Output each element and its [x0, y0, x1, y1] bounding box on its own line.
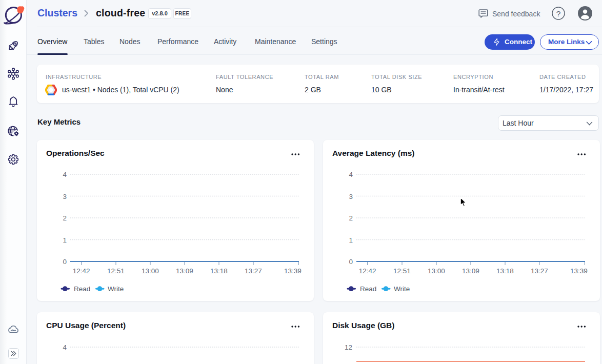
svg-text:3: 3 [63, 193, 67, 200]
svg-text:12:51: 12:51 [107, 267, 125, 275]
svg-text:13:27: 13:27 [245, 267, 262, 275]
svg-text:1: 1 [349, 236, 353, 244]
svg-text:2: 2 [63, 214, 67, 222]
svg-text:?: ? [556, 9, 561, 18]
svg-text:13:09: 13:09 [462, 267, 479, 275]
svg-text:12:42: 12:42 [73, 267, 90, 275]
svg-text:Write: Write [108, 285, 124, 293]
svg-text:4: 4 [349, 171, 353, 178]
svg-text:4: 4 [63, 171, 67, 178]
svg-text:12: 12 [345, 343, 352, 351]
svg-text:4: 4 [63, 343, 67, 351]
svg-text:13:27: 13:27 [531, 267, 548, 275]
svg-text:1: 1 [63, 236, 67, 244]
svg-text:13:00: 13:00 [142, 267, 159, 275]
svg-text:Read: Read [74, 285, 90, 293]
svg-text:3: 3 [349, 193, 353, 200]
svg-text:13:00: 13:00 [428, 267, 445, 275]
svg-text:0: 0 [63, 258, 67, 266]
svg-text:13:09: 13:09 [176, 267, 193, 275]
svg-text:13:18: 13:18 [496, 267, 514, 275]
svg-text:0: 0 [349, 258, 353, 266]
svg-text:13:39: 13:39 [284, 267, 302, 275]
svg-text:12:51: 12:51 [393, 267, 411, 275]
svg-text:13:39: 13:39 [570, 267, 588, 275]
svg-text:Write: Write [394, 285, 410, 293]
svg-text:12:42: 12:42 [359, 267, 376, 275]
svg-text:Read: Read [360, 285, 376, 293]
svg-text:2: 2 [349, 214, 353, 222]
svg-text:13:18: 13:18 [210, 267, 228, 275]
